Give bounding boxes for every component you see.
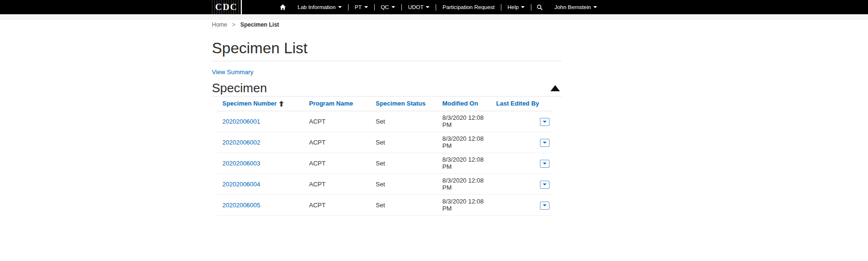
- cdc-logo-text: CDC: [215, 2, 238, 12]
- nav-item-label: Participation Request: [442, 4, 494, 10]
- nav-item[interactable]: Lab Information: [291, 0, 348, 14]
- section-divider: [212, 96, 562, 97]
- search-icon: [537, 4, 543, 10]
- table-header-row: Specimen Number Program Name Specimen St…: [217, 97, 552, 111]
- triangle-up-icon: [550, 85, 560, 91]
- section-title: Specimen: [212, 81, 267, 96]
- nav-item[interactable]: Participation Request: [436, 0, 500, 14]
- nav-item-label: Lab Information: [298, 4, 336, 10]
- row-actions-dropdown-button[interactable]: [540, 202, 549, 210]
- column-header-actions: [537, 97, 552, 111]
- sort-ascending-icon: [279, 101, 284, 106]
- program-name-cell: ACPT: [303, 195, 370, 216]
- column-header-specimen-number[interactable]: Specimen Number: [222, 100, 284, 107]
- nav-item-label: UDOT: [408, 4, 424, 10]
- cdc-logo[interactable]: CDC: [212, 0, 242, 14]
- specimen-status-cell: Set: [370, 174, 437, 195]
- chevron-down-icon: [364, 6, 368, 8]
- program-name-cell: ACPT: [303, 132, 370, 153]
- last-edited-by-cell: [490, 111, 537, 132]
- chevron-down-icon: [521, 6, 525, 8]
- last-edited-by-cell: [490, 174, 537, 195]
- specimen-number-link[interactable]: 20202006005: [222, 202, 260, 209]
- nav-item[interactable]: QC: [375, 0, 401, 14]
- column-header-modified-on[interactable]: Modified On: [442, 100, 478, 107]
- chevron-down-icon: [543, 121, 547, 123]
- breadcrumb-home-link[interactable]: Home: [212, 21, 227, 28]
- table-row: 20202006004 ACPT Set 8/3/2020 12:08 PM: [217, 174, 552, 195]
- modified-on-cell: 8/3/2020 12:08 PM: [437, 132, 490, 153]
- chevron-down-icon: [543, 163, 547, 164]
- modified-on-cell: 8/3/2020 12:08 PM: [437, 195, 490, 216]
- program-name-cell: ACPT: [303, 111, 370, 132]
- nav-menu: Lab Information PT QC UDOT Participation…: [274, 0, 603, 14]
- nav-item[interactable]: Help: [501, 0, 531, 14]
- chevron-down-icon: [543, 204, 547, 206]
- table-row: 20202006003 ACPT Set 8/3/2020 12:08 PM: [217, 153, 552, 174]
- table-row: 20202006005 ACPT Set 8/3/2020 12:08 PM: [217, 195, 552, 216]
- row-actions-dropdown-button[interactable]: [540, 181, 549, 189]
- table-row: 20202006002 ACPT Set 8/3/2020 12:08 PM: [217, 132, 552, 153]
- specimen-section-header: Specimen: [212, 79, 562, 97]
- specimen-number-link[interactable]: 20202006002: [222, 139, 260, 146]
- specimen-table-body: 20202006001 ACPT Set 8/3/2020 12:08 PM 2…: [217, 111, 552, 216]
- chevron-down-icon: [426, 6, 429, 8]
- row-actions-dropdown-button[interactable]: [540, 160, 549, 168]
- specimen-status-cell: Set: [370, 153, 437, 174]
- breadcrumb-current: Specimen List: [240, 21, 279, 28]
- modified-on-cell: 8/3/2020 12:08 PM: [437, 111, 490, 132]
- title-divider: [212, 61, 562, 61]
- navbar: CDC Lab Information PT QC UDOT: [0, 0, 868, 14]
- chevron-down-icon: [543, 184, 547, 185]
- home-icon: [279, 4, 286, 10]
- last-edited-by-cell: [490, 132, 537, 153]
- chevron-down-icon: [593, 6, 597, 8]
- nav-item[interactable]: PT: [349, 0, 374, 14]
- specimen-status-cell: Set: [370, 132, 437, 153]
- program-name-cell: ACPT: [303, 174, 370, 195]
- home-button[interactable]: [274, 0, 291, 14]
- specimen-status-cell: Set: [370, 111, 437, 132]
- nav-item-label: Help: [508, 4, 519, 10]
- search-button[interactable]: [531, 0, 548, 14]
- nav-item-label: QC: [381, 4, 389, 10]
- row-actions-dropdown-button[interactable]: [540, 139, 549, 147]
- last-edited-by-cell: [490, 153, 537, 174]
- column-label: Specimen Number: [222, 100, 277, 107]
- breadcrumb-separator: >: [232, 21, 235, 28]
- chevron-down-icon: [543, 142, 547, 144]
- user-name-label: John Bernstein: [554, 4, 591, 10]
- section-collapse-button[interactable]: [549, 84, 562, 92]
- chevron-down-icon: [391, 6, 395, 8]
- view-summary-link[interactable]: View Summary: [212, 68, 253, 76]
- page-title: Specimen List: [212, 39, 308, 57]
- modified-on-cell: 8/3/2020 12:08 PM: [437, 174, 490, 195]
- specimen-number-link[interactable]: 20202006003: [222, 160, 260, 167]
- last-edited-by-cell: [490, 195, 537, 216]
- column-header-last-edited-by[interactable]: Last Edited By: [496, 100, 539, 107]
- table-row: 20202006001 ACPT Set 8/3/2020 12:08 PM: [217, 111, 552, 132]
- chevron-down-icon: [338, 6, 342, 8]
- specimen-number-link[interactable]: 20202006001: [222, 118, 260, 125]
- specimen-number-link[interactable]: 20202006004: [222, 181, 260, 188]
- specimen-table: Specimen Number Program Name Specimen St…: [217, 97, 552, 216]
- nav-item[interactable]: UDOT: [402, 0, 436, 14]
- breadcrumb: Home > Specimen List: [212, 21, 279, 28]
- navbar-shadow-band: [0, 14, 868, 20]
- specimen-status-cell: Set: [370, 195, 437, 216]
- column-header-program-name[interactable]: Program Name: [309, 100, 353, 107]
- column-header-specimen-status[interactable]: Specimen Status: [376, 100, 426, 107]
- program-name-cell: ACPT: [303, 153, 370, 174]
- user-menu-button[interactable]: John Bernstein: [548, 0, 603, 14]
- nav-item-label: PT: [355, 4, 362, 10]
- modified-on-cell: 8/3/2020 12:08 PM: [437, 153, 490, 174]
- row-actions-dropdown-button[interactable]: [540, 118, 549, 126]
